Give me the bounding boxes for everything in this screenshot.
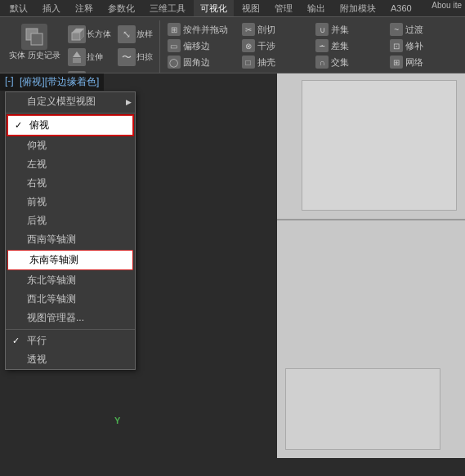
solid-history-button[interactable]: 实体 历史记录 xyxy=(7,22,63,62)
fillet-edge-button[interactable]: ◯ 圆角边 xyxy=(165,55,238,69)
menu-perspective[interactable]: 透视 xyxy=(6,350,135,369)
blend-icon: ~ xyxy=(390,23,403,36)
tab-parametric[interactable]: 参数化 xyxy=(101,0,141,16)
right-panel-drawing-bottom xyxy=(285,368,440,450)
shell-button[interactable]: □ 抽壳 xyxy=(239,55,312,69)
tab-insert[interactable]: 插入 xyxy=(36,0,67,16)
ribbon-tab-bar: 默认 插入 注释 参数化 三维工具 可视化 视图 管理 输出 附加模块 A360 xyxy=(0,0,465,17)
viewport-label-part2[interactable]: [俯视] xyxy=(20,75,45,89)
right-panel xyxy=(277,73,465,458)
svg-rect-5 xyxy=(73,58,81,63)
menu-view-manager[interactable]: 视图管理器... xyxy=(6,309,135,327)
union-push-pull-icon: ⊞ xyxy=(168,23,181,36)
tab-addons[interactable]: 附加模块 xyxy=(333,0,382,16)
menu-top-view[interactable]: ✓ 俯视 xyxy=(7,115,133,136)
fillet-edge-icon: ◯ xyxy=(168,56,181,69)
sweep-label: 扫掠 xyxy=(136,52,153,62)
menu-ne-iso[interactable]: 东北等轴测 xyxy=(6,271,135,290)
blend-button[interactable]: ~ 过渡 xyxy=(387,22,460,37)
tab-manage[interactable]: 管理 xyxy=(268,0,299,16)
patch-icon: ⊡ xyxy=(390,39,403,52)
tab-a360[interactable]: A360 xyxy=(384,0,418,16)
tab-output[interactable]: 输出 xyxy=(301,0,332,16)
about-text: Abou ite xyxy=(428,0,465,11)
menu-back-view[interactable]: 后视 xyxy=(6,211,135,230)
right-panel-top xyxy=(277,73,465,220)
svg-rect-1 xyxy=(31,33,42,45)
tab-view[interactable]: 视图 xyxy=(235,0,266,16)
network-button[interactable]: ⊞ 网络 xyxy=(387,55,460,69)
context-menu: 自定义模型视图 ✓ 俯视 仰视 左视 右视 xyxy=(5,91,136,370)
y-axis-indicator: Y xyxy=(114,416,120,425)
menu-separator-2 xyxy=(6,329,135,330)
viewport-label-part3[interactable]: [带边缘着色] xyxy=(45,75,100,89)
patch-button[interactable]: ⊡ 修补 xyxy=(387,38,460,53)
subtract-button[interactable]: ∸ 差集 xyxy=(313,38,386,53)
menu-parallel[interactable]: ✓ 平行 xyxy=(6,331,135,350)
solid-history-label: 实体 历史记录 xyxy=(9,51,60,60)
intersect-button[interactable]: ∩ 交集 xyxy=(313,55,386,69)
box-label: 长方体 xyxy=(87,29,111,39)
menu-se-iso[interactable]: 东南等轴测 xyxy=(7,250,133,270)
offset-edge-icon: ▭ xyxy=(168,39,181,52)
interfere-icon: ⊗ xyxy=(242,39,255,52)
solid-history-icon xyxy=(21,24,47,50)
tab-3d-tools[interactable]: 三维工具 xyxy=(143,0,192,16)
interfere-button[interactable]: ⊗ 干涉 xyxy=(239,38,312,53)
viewport-area: [-] [俯视] [带边缘着色] 自定义模型视图 ✓ 俯视 仰视 xyxy=(0,73,465,458)
sweep-button[interactable]: 〜 扫掠 xyxy=(116,47,154,68)
menu-front-view[interactable]: 前视 xyxy=(6,193,135,211)
menu-nw-iso[interactable]: 西北等轴测 xyxy=(6,290,135,309)
ribbon: 默认 插入 注释 参数化 三维工具 可视化 视图 管理 输出 附加模块 A360 xyxy=(0,0,465,73)
scale-button[interactable]: ⤡ 放样 xyxy=(116,24,154,45)
tab-annotation[interactable]: 注释 xyxy=(69,0,100,16)
union-button[interactable]: ∪ 并集 xyxy=(313,22,386,37)
scale-label: 放样 xyxy=(136,29,153,39)
slice-icon: ✂ xyxy=(242,23,255,36)
slice-button[interactable]: ✂ 剖切 xyxy=(239,22,312,37)
extrude-label: 拉伸 xyxy=(87,52,103,62)
viewport-header[interactable]: [-] [俯视] [带边缘着色] xyxy=(0,73,104,91)
svg-rect-2 xyxy=(72,33,80,40)
shell-icon: □ xyxy=(242,56,255,69)
union-icon: ∪ xyxy=(315,23,329,36)
menu-right-view[interactable]: 右视 xyxy=(6,174,135,193)
tab-default[interactable]: 默认 xyxy=(3,0,34,16)
union-push-pull-button[interactable]: ⊞ 按件并拖动 xyxy=(165,22,238,37)
menu-separator-1 xyxy=(6,113,135,113)
menu-sw-iso[interactable]: 西南等轴测 xyxy=(6,230,135,249)
right-panel-bottom xyxy=(277,220,465,458)
extrude-button[interactable]: 拉伸 xyxy=(66,47,113,68)
menu-left-view[interactable]: 左视 xyxy=(6,155,135,174)
right-panel-drawing-top xyxy=(302,80,457,211)
offset-edge-button[interactable]: ▭ 偏移边 xyxy=(165,38,238,53)
svg-marker-6 xyxy=(73,51,81,57)
tab-visualize[interactable]: 可视化 xyxy=(194,0,234,16)
network-icon: ⊞ xyxy=(390,56,403,69)
subtract-icon: ∸ xyxy=(315,39,329,52)
menu-bottom-view[interactable]: 仰视 xyxy=(6,136,135,155)
intersect-icon: ∩ xyxy=(315,56,329,69)
viewport-label-part1: [-] xyxy=(5,75,14,89)
viewport-bg[interactable]: [-] [俯视] [带边缘着色] 自定义模型视图 ✓ 俯视 仰视 xyxy=(0,73,277,458)
menu-custom-model-view[interactable]: 自定义模型视图 xyxy=(6,92,135,111)
box-button[interactable]: 长方体 xyxy=(66,24,113,45)
